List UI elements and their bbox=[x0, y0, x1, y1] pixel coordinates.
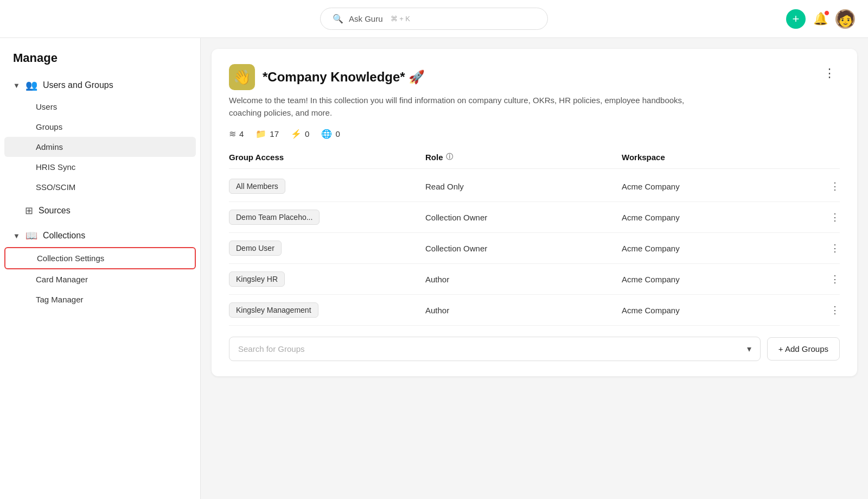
table-row: Demo Team Placeho... Collection Owner Ac… bbox=[229, 202, 840, 233]
stat-layers-value: 4 bbox=[239, 129, 244, 138]
table-row: Kingsley Management Author Acme Company … bbox=[229, 295, 840, 326]
sidebar-section-sources: ⊞ Sources bbox=[0, 199, 200, 222]
role-info-icon: ⓘ bbox=[446, 152, 453, 162]
role-read-only: Read Only bbox=[425, 182, 622, 191]
sidebar-users-groups-header[interactable]: ▼ 👥 Users and Groups bbox=[0, 74, 200, 97]
manage-title: Manage bbox=[0, 51, 200, 74]
access-table: Group Access Role ⓘ Workspace All Member… bbox=[229, 152, 840, 326]
create-button[interactable]: + bbox=[786, 9, 806, 29]
group-tag-kingsley-management: Kingsley Management bbox=[229, 302, 425, 318]
row-more-button-3[interactable]: ⋮ bbox=[818, 242, 840, 254]
add-groups-button[interactable]: + Add Groups bbox=[767, 337, 840, 361]
chevron-down-icon: ▼ bbox=[13, 81, 20, 90]
topbar: 🔍 Ask Guru ⌘ + K + 🔔 🧑 bbox=[0, 0, 868, 38]
table-row: Kingsley HR Author Acme Company ⋮ bbox=[229, 264, 840, 295]
role-author-4: Author bbox=[425, 275, 622, 284]
table-row: All Members Read Only Acme Company ⋮ bbox=[229, 171, 840, 202]
stat-flash-value: 0 bbox=[305, 129, 309, 138]
workspace-acme-3: Acme Company bbox=[622, 244, 818, 253]
sidebar-item-tag-manager[interactable]: Tag Manager bbox=[4, 289, 196, 309]
group-tag-all-members: All Members bbox=[229, 179, 425, 194]
group-tag-demo-user: Demo User bbox=[229, 241, 425, 256]
notification-badge bbox=[824, 10, 829, 16]
collection-description: Welcome to the team! In this collection … bbox=[229, 94, 717, 119]
collections-label: Collections bbox=[43, 231, 85, 241]
layers-icon: ≋ bbox=[229, 129, 236, 139]
table-header: Group Access Role ⓘ Workspace bbox=[229, 152, 840, 169]
sources-label: Sources bbox=[39, 206, 71, 216]
collection-title: *Company Knowledge* 🚀 bbox=[263, 70, 425, 85]
search-groups-row: Search for Groups ▾ + Add Groups bbox=[229, 337, 840, 361]
collection-header: 👋 *Company Knowledge* 🚀 ⋮ bbox=[229, 64, 840, 90]
row-more-button-1[interactable]: ⋮ bbox=[818, 180, 840, 192]
workspace-acme-5: Acme Company bbox=[622, 306, 818, 315]
search-groups-input[interactable]: Search for Groups ▾ bbox=[229, 337, 761, 361]
flash-icon: ⚡ bbox=[291, 129, 302, 139]
search-icon: 🔍 bbox=[333, 14, 343, 24]
stat-globe-value: 0 bbox=[335, 129, 340, 138]
role-author-5: Author bbox=[425, 306, 622, 315]
workspace-acme-2: Acme Company bbox=[622, 213, 818, 222]
sidebar-section-collections: ▼ 📖 Collections Collection Settings Card… bbox=[0, 224, 200, 309]
collection-header-left: 👋 *Company Knowledge* 🚀 bbox=[229, 64, 425, 90]
row-more-button-4[interactable]: ⋮ bbox=[818, 273, 840, 285]
sidebar-item-card-manager[interactable]: Card Manager bbox=[4, 269, 196, 289]
collection-more-button[interactable]: ⋮ bbox=[819, 64, 840, 83]
workspace-acme-4: Acme Company bbox=[622, 275, 818, 284]
chevron-down-icon-collections: ▼ bbox=[13, 232, 20, 240]
table-row: Demo User Collection Owner Acme Company … bbox=[229, 233, 840, 264]
user-avatar[interactable]: 🧑 bbox=[835, 9, 855, 29]
search-groups-placeholder: Search for Groups bbox=[238, 344, 305, 353]
stat-folders-value: 17 bbox=[270, 129, 279, 138]
main-layout: Manage ▼ 👥 Users and Groups Users Groups… bbox=[0, 38, 868, 499]
sidebar-sources-header[interactable]: ⊞ Sources bbox=[0, 199, 200, 222]
sidebar-item-users[interactable]: Users bbox=[4, 97, 196, 117]
row-more-button-5[interactable]: ⋮ bbox=[818, 304, 840, 316]
stat-flash: ⚡ 0 bbox=[291, 129, 309, 139]
globe-icon: 🌐 bbox=[321, 129, 332, 139]
collection-card: 👋 *Company Knowledge* 🚀 ⋮ Welcome to the… bbox=[212, 49, 857, 376]
row-more-button-2[interactable]: ⋮ bbox=[818, 211, 840, 223]
sidebar: Manage ▼ 👥 Users and Groups Users Groups… bbox=[0, 38, 201, 499]
avatar-image: 🧑 bbox=[836, 10, 855, 28]
role-collection-owner-2: Collection Owner bbox=[425, 213, 622, 222]
group-tag-kingsley-hr: Kingsley HR bbox=[229, 271, 425, 287]
collection-emoji: 👋 bbox=[229, 64, 255, 90]
workspace-acme-1: Acme Company bbox=[622, 182, 818, 191]
sidebar-item-collection-settings[interactable]: Collection Settings bbox=[4, 247, 196, 269]
sidebar-section-users-groups: ▼ 👥 Users and Groups Users Groups Admins… bbox=[0, 74, 200, 197]
main-content: 👋 *Company Knowledge* 🚀 ⋮ Welcome to the… bbox=[201, 38, 868, 499]
sidebar-item-admins[interactable]: Admins bbox=[4, 137, 196, 157]
collection-stats: ≋ 4 📁 17 ⚡ 0 🌐 0 bbox=[229, 129, 840, 139]
users-groups-label: Users and Groups bbox=[43, 80, 113, 90]
notifications-button[interactable]: 🔔 bbox=[813, 12, 828, 26]
col-group-access: Group Access bbox=[229, 152, 425, 162]
search-shortcut: ⌘ + K bbox=[391, 15, 411, 23]
sidebar-item-groups[interactable]: Groups bbox=[4, 117, 196, 137]
global-search[interactable]: 🔍 Ask Guru ⌘ + K bbox=[320, 8, 548, 30]
search-placeholder: Ask Guru bbox=[349, 14, 383, 23]
emoji-icon: 👋 bbox=[233, 69, 251, 86]
sidebar-collections-header[interactable]: ▼ 📖 Collections bbox=[0, 224, 200, 247]
topbar-actions: + 🔔 🧑 bbox=[786, 9, 855, 29]
sources-icon: ⊞ bbox=[25, 205, 33, 217]
stat-folders: 📁 17 bbox=[256, 129, 279, 139]
collections-icon: 📖 bbox=[25, 230, 37, 242]
group-tag-demo-team: Demo Team Placeho... bbox=[229, 210, 425, 225]
folder-icon: 📁 bbox=[256, 129, 266, 139]
col-role: Role ⓘ bbox=[425, 152, 622, 162]
stat-globe: 🌐 0 bbox=[321, 129, 340, 139]
users-icon: 👥 bbox=[25, 79, 37, 91]
stat-layers: ≋ 4 bbox=[229, 129, 244, 139]
chevron-down-icon-search: ▾ bbox=[747, 344, 751, 354]
sidebar-item-hris-sync[interactable]: HRIS Sync bbox=[4, 157, 196, 177]
sidebar-item-sso-scim[interactable]: SSO/SCIM bbox=[4, 177, 196, 197]
col-workspace: Workspace bbox=[622, 152, 818, 162]
add-groups-label: + Add Groups bbox=[778, 344, 828, 353]
role-collection-owner-3: Collection Owner bbox=[425, 244, 622, 253]
